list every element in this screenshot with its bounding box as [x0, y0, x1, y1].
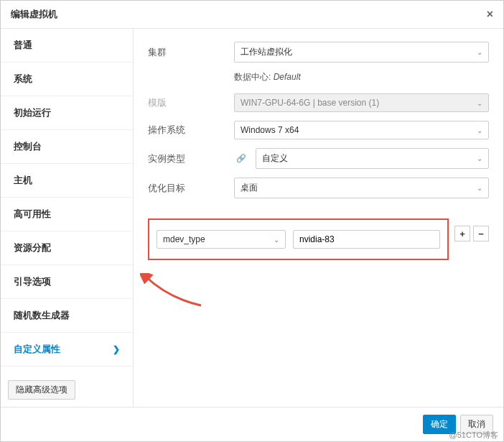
caret-down-icon: ⌄ [477, 126, 482, 134]
caret-down-icon: ⌄ [477, 184, 482, 192]
sidebar-item-general[interactable]: 普通 [1, 29, 133, 63]
cluster-select[interactable]: 工作站虚拟化 ⌄ [234, 42, 489, 63]
close-icon[interactable]: × [487, 8, 493, 21]
sidebar-item-system[interactable]: 系统 [1, 63, 133, 96]
caret-down-icon: ⌄ [274, 236, 279, 244]
add-property-button[interactable]: + [454, 226, 470, 241]
sidebar-item-console[interactable]: 控制台 [1, 130, 133, 164]
chevron-right-icon: ❯ [113, 344, 120, 354]
property-value-input[interactable] [293, 230, 440, 249]
dialog-footer: 确定 取消 [1, 407, 503, 441]
watermark: @51CTO博客 [449, 430, 498, 441]
sidebar-item-icon[interactable]: 图标 [1, 367, 133, 373]
dialog-title: 编辑虚拟机 [11, 8, 57, 21]
caret-down-icon: ⌄ [477, 155, 482, 162]
instance-label: 实例类型 [148, 152, 234, 165]
sidebar-item-initial-run[interactable]: 初始运行 [1, 96, 133, 130]
sidebar-item-ha[interactable]: 高可用性 [1, 198, 133, 231]
instance-select[interactable]: 自定义 ⌄ [256, 148, 489, 169]
sidebar-item-custom-properties[interactable]: 自定义属性 ❯ [1, 333, 133, 367]
caret-down-icon: ⌄ [477, 99, 482, 107]
sidebar-item-rng[interactable]: 随机数生成器 [1, 299, 133, 333]
remove-property-button[interactable]: − [473, 226, 489, 241]
datacenter-text: 数据中心: Default [234, 71, 489, 83]
os-select[interactable]: Windows 7 x64 ⌄ [234, 121, 489, 139]
sidebar-item-resource[interactable]: 资源分配 [1, 231, 133, 265]
template-label: 模版 [148, 96, 234, 109]
sidebar: 普通 系统 初始运行 控制台 主机 高可用性 资源分配 引导选项 随机数生成器 … [1, 29, 134, 407]
hide-advanced-button[interactable]: 隐藏高级选项 [8, 380, 75, 400]
caret-down-icon: ⌄ [477, 48, 482, 56]
property-type-select[interactable]: mdev_type ⌄ [157, 230, 286, 249]
optimize-label: 优化目标 [148, 182, 234, 195]
template-select: WIN7-GPU-64-6G | base version (1) ⌄ [234, 93, 489, 112]
sidebar-item-host[interactable]: 主机 [1, 164, 133, 198]
sidebar-item-boot[interactable]: 引导选项 [1, 265, 133, 299]
link-icon: 🔗 [234, 154, 248, 163]
dialog-header: 编辑虚拟机 × [1, 1, 503, 29]
main-panel: 集群 工作站虚拟化 ⌄ 数据中心: Default 模版 WIN7-GPU-64… [134, 29, 503, 407]
cluster-label: 集群 [148, 46, 234, 59]
custom-property-box: mdev_type ⌄ [148, 218, 449, 260]
os-label: 操作系统 [148, 124, 234, 137]
optimize-select[interactable]: 桌面 ⌄ [234, 178, 489, 198]
